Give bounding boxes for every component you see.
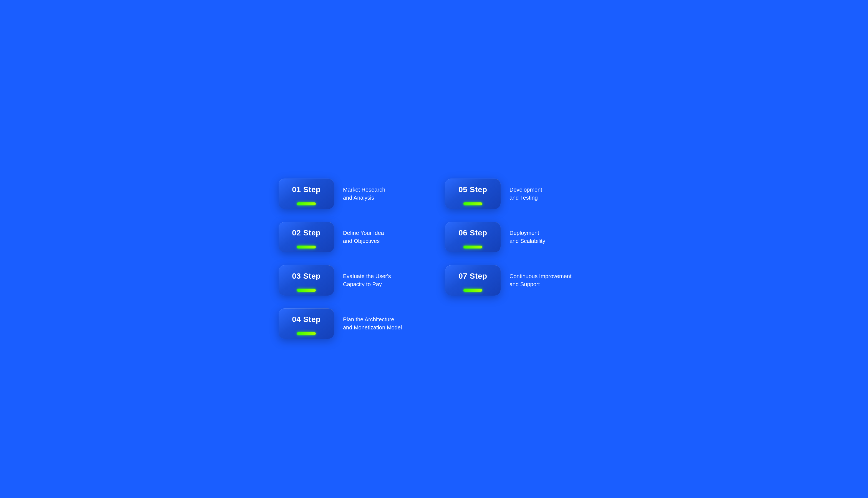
step-label: 01 Step [292,185,321,194]
step-row: 01 StepMarket Research and Analysis [279,173,423,214]
step-row: 03 StepEvaluate the User's Capacity to P… [279,260,423,301]
step-label: 03 Step [292,272,321,280]
step-description: Define Your Idea and Objectives [343,229,423,245]
step-label: 04 Step [292,315,321,324]
step-badge: 04 Step [279,308,334,339]
page-container: 01 StepMarket Research and Analysis02 St… [268,137,600,361]
step-description: Development and Testing [510,186,589,202]
step-badge: 07 Step [445,265,501,296]
step-label: 02 Step [292,228,321,237]
step-badge: 01 Step [279,179,334,209]
left-column: 01 StepMarket Research and Analysis02 St… [279,173,423,344]
step-row: 04 StepPlan the Architecture and Monetiz… [279,303,423,344]
step-description: Evaluate the User's Capacity to Pay [343,272,423,288]
step-label: 06 Step [458,228,487,237]
step-description: Deployment and Scalability [510,229,589,245]
step-badge: 02 Step [279,222,334,252]
step-label: 07 Step [458,272,487,280]
step-badge: 05 Step [445,179,501,209]
step-description: Continuous Improvement and Support [510,272,589,288]
step-row: 06 StepDeployment and Scalability [445,217,589,257]
step-label: 05 Step [458,185,487,194]
step-badge: 06 Step [445,222,501,252]
step-row: 02 StepDefine Your Idea and Objectives [279,217,423,257]
step-badge: 03 Step [279,265,334,296]
step-row: 05 StepDevelopment and Testing [445,173,589,214]
step-description: Plan the Architecture and Monetization M… [343,316,423,332]
steps-grid: 01 StepMarket Research and Analysis02 St… [279,173,589,344]
right-column: 05 StepDevelopment and Testing06 StepDep… [445,173,589,344]
step-description: Market Research and Analysis [343,186,423,202]
step-row: 07 StepContinuous Improvement and Suppor… [445,260,589,301]
